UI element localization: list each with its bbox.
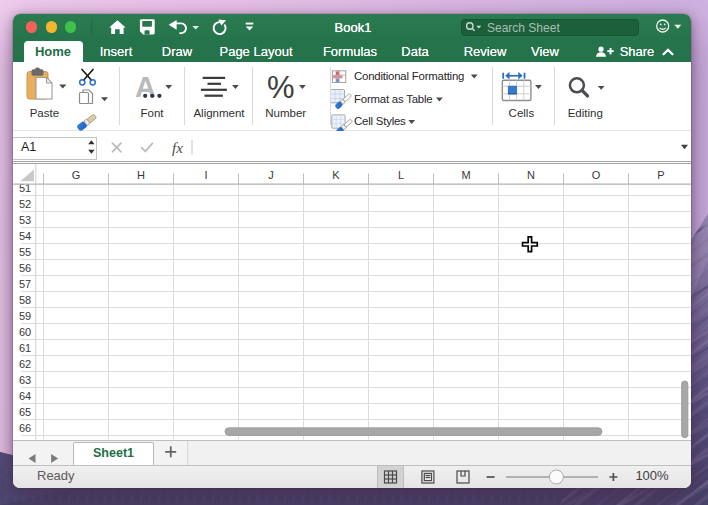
svg-text:64: 64 bbox=[19, 390, 31, 402]
svg-text:54: 54 bbox=[19, 230, 31, 242]
svg-text:M: M bbox=[461, 169, 470, 181]
svg-text:N: N bbox=[527, 169, 535, 181]
svg-text:63: 63 bbox=[19, 374, 31, 386]
svg-text:G: G bbox=[72, 169, 81, 181]
svg-text:66: 66 bbox=[19, 422, 31, 434]
svg-text:L: L bbox=[398, 169, 404, 181]
svg-text:I: I bbox=[204, 169, 207, 181]
svg-text:O: O bbox=[592, 169, 601, 181]
svg-text:58: 58 bbox=[19, 294, 31, 306]
svg-text:fx: fx bbox=[172, 140, 183, 156]
svg-text:55: 55 bbox=[19, 246, 31, 258]
svg-text:%: % bbox=[267, 70, 295, 105]
svg-text:59: 59 bbox=[19, 310, 31, 322]
svg-text:J: J bbox=[268, 169, 274, 181]
svg-text:57: 57 bbox=[19, 278, 31, 290]
svg-text:60: 60 bbox=[19, 326, 31, 338]
svg-text:56: 56 bbox=[19, 262, 31, 274]
svg-text:A: A bbox=[135, 71, 156, 103]
svg-text:53: 53 bbox=[19, 214, 31, 226]
svg-text:65: 65 bbox=[19, 406, 31, 418]
svg-text:52: 52 bbox=[19, 198, 31, 210]
svg-text:62: 62 bbox=[19, 358, 31, 370]
svg-text:61: 61 bbox=[19, 342, 31, 354]
svg-text:H: H bbox=[137, 169, 145, 181]
svg-text:P: P bbox=[657, 169, 664, 181]
svg-text:K: K bbox=[332, 169, 340, 181]
